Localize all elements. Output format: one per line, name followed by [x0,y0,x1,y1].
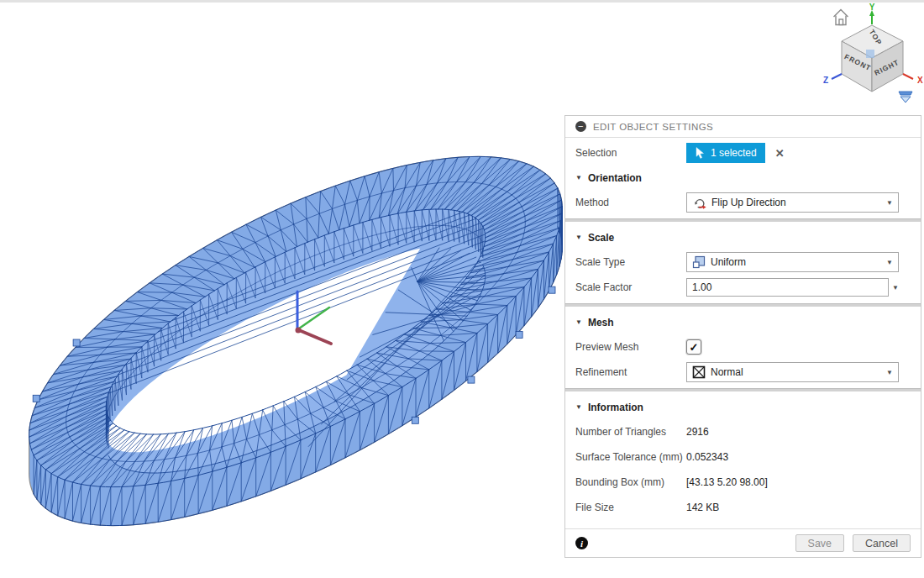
view-cube-corner-highlight[interactable] [866,50,874,58]
save-button[interactable]: Save [795,534,845,552]
scale-factor-spinner-icon[interactable]: ▼ [892,284,899,292]
selection-count: 1 selected [711,147,757,159]
dropdown-caret-icon: ▼ [886,369,893,376]
selection-row: Selection 1 selected ✕ [565,140,921,166]
triangles-value: 2916 [686,426,709,438]
cursor-icon [695,147,706,159]
home-icon[interactable] [834,10,848,25]
section-orientation[interactable]: ▼ Orientation [565,166,921,190]
selection-label: Selection [575,147,686,159]
collapse-dialog-icon[interactable]: − [575,121,586,132]
y-axis-label: Y [869,3,875,12]
bounding-box-value: [43.13 5.20 98.00] [686,476,768,488]
refinement-label: Refinement [575,366,686,378]
dropdown-caret-icon: ▼ [886,259,893,266]
edit-object-settings-dialog: − EDIT OBJECT SETTINGS Selection 1 selec… [564,115,921,558]
dialog-header: − EDIT OBJECT SETTINGS [565,116,921,138]
chevron-down-icon: ▼ [575,174,582,181]
scale-type-value: Uniform [711,256,746,268]
dialog-title: EDIT OBJECT SETTINGS [593,122,713,132]
scale-factor-row: Scale Factor ▼ [565,275,921,300]
info-icon[interactable]: i [575,537,588,549]
scale-factor-input[interactable] [686,278,889,297]
x-axis-label: X [917,76,923,85]
info-row-bounding-box: Bounding Box (mm) [43.13 5.20 98.00] [565,470,921,495]
info-row-file-size: File Size 142 KB [565,495,921,520]
preview-mesh-label: Preview Mesh [575,341,686,353]
section-information[interactable]: ▼ Information [565,395,921,419]
refinement-value: Normal [711,366,743,378]
section-scale[interactable]: ▼ Scale [565,225,921,250]
preview-mesh-row: Preview Mesh ✓ [565,334,921,360]
scale-type-dropdown[interactable]: Uniform ▼ [686,252,899,272]
section-mesh[interactable]: ▼ Mesh [565,310,921,334]
z-axis: Z [823,74,842,85]
dropdown-caret-icon: ▼ [886,199,893,207]
view-cube[interactable]: Y TOP FRONT RIGHT X Z [822,2,924,109]
scale-type-row: Scale Type Uniform ▼ [565,250,921,275]
scale-factor-label: Scale Factor [575,281,686,293]
cancel-button[interactable]: Cancel [853,534,911,552]
section-divider [565,218,921,222]
info-row-tolerance: Surface Tolerance (mm) 0.052343 [565,444,921,470]
scale-type-label: Scale Type [575,256,686,268]
refinement-row: Refinement Normal ▼ [565,360,921,385]
y-axis: Y [869,3,875,24]
info-row-triangles: Number of Triangles 2916 [565,419,921,444]
ground-plane-icon[interactable] [899,92,912,102]
flip-up-direction-icon [692,196,706,210]
tolerance-value: 0.052343 [686,451,728,463]
mesh-model[interactable] [29,156,563,525]
clear-selection-icon[interactable]: ✕ [775,147,785,160]
check-icon: ✓ [690,342,699,353]
selection-button[interactable]: 1 selected [686,143,765,163]
section-divider [565,388,921,391]
refinement-dropdown[interactable]: Normal ▼ [686,362,899,382]
file-size-value: 142 KB [686,502,719,513]
dialog-footer: i Save Cancel [565,528,921,557]
method-label: Method [575,197,686,208]
x-axis: X [903,74,923,85]
method-dropdown[interactable]: Flip Up Direction ▼ [686,192,899,213]
chevron-down-icon: ▼ [575,234,582,241]
method-value: Flip Up Direction [711,197,786,208]
preview-mesh-checkbox[interactable]: ✓ [686,339,701,355]
section-divider [565,303,921,307]
method-row: Method Flip Up Direction ▼ [565,190,921,215]
z-axis-label: Z [823,76,828,85]
chevron-down-icon: ▼ [575,318,582,326]
normal-refinement-icon [692,365,706,379]
uniform-scale-icon [692,255,706,269]
chevron-down-icon: ▼ [575,403,582,411]
